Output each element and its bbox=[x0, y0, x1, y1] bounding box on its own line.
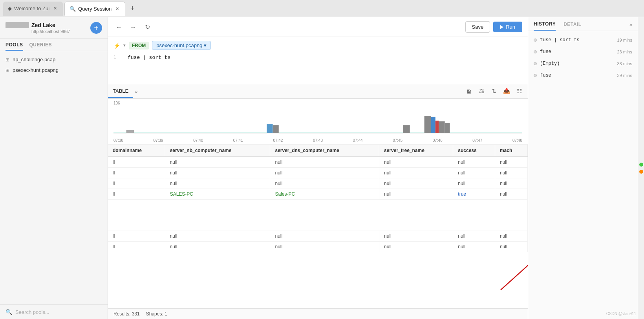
query-tab-icon: 🔍 bbox=[70, 6, 76, 12]
svg-rect-8 bbox=[435, 121, 439, 133]
add-button[interactable]: + bbox=[90, 22, 102, 34]
settings-icon-btn[interactable]: ⇅ bbox=[488, 86, 499, 97]
query-code[interactable]: fuse | sort ts bbox=[128, 55, 170, 60]
chart-container: 106 bbox=[108, 99, 528, 145]
x-label-4: 07:42 bbox=[273, 138, 283, 143]
history-dot-1 bbox=[534, 50, 537, 53]
history-item-1[interactable]: fuse 23 mins bbox=[528, 46, 638, 58]
sidebar-tab-queries[interactable]: QUERIES bbox=[29, 42, 52, 51]
x-label-0: 07:38 bbox=[113, 138, 123, 143]
pool-dropdown-icon: ▾ bbox=[204, 42, 207, 48]
sidebar-item-psexec[interactable]: ⊞ psexec-hunt.pcapng bbox=[0, 65, 108, 75]
chevron-down-icon[interactable]: ▾ bbox=[123, 43, 126, 48]
cell-server-tree: null bbox=[379, 178, 453, 189]
cell-server-dns: null bbox=[270, 242, 379, 252]
search-icon: 🔍 bbox=[5, 309, 12, 315]
right-panel-tabs: HISTORY DETAIL » bbox=[528, 17, 638, 31]
results-tab-expand[interactable]: » bbox=[133, 85, 139, 97]
history-time-3: 39 mins bbox=[617, 73, 632, 78]
cell-server-nb: null bbox=[165, 178, 270, 189]
x-label-6: 07:44 bbox=[353, 138, 363, 143]
history-item-2[interactable]: (Empty) 38 mins bbox=[528, 58, 638, 70]
cell-server-tree: null bbox=[379, 157, 453, 168]
svg-rect-3 bbox=[267, 124, 273, 133]
col-server-tree[interactable]: server_tree_name bbox=[379, 145, 453, 157]
x-label-2: 07:40 bbox=[193, 138, 203, 143]
sidebar-item-hp[interactable]: ⊞ hp_challenge.pcap bbox=[0, 54, 108, 65]
filter-icon-btn[interactable]: ⚖ bbox=[476, 86, 487, 97]
query-tab-close[interactable]: ✕ bbox=[114, 6, 120, 12]
cell-mach: null bbox=[495, 189, 527, 200]
welcome-tab-close[interactable]: ✕ bbox=[52, 6, 58, 12]
back-button[interactable]: ← bbox=[113, 22, 124, 33]
forward-button[interactable]: → bbox=[128, 22, 139, 33]
pool-selector[interactable]: psexec-hunt.pcapng ▾ bbox=[152, 41, 211, 50]
chart-svg bbox=[113, 102, 522, 137]
svg-rect-6 bbox=[424, 116, 431, 133]
welcome-tab-icon: ◆ bbox=[8, 6, 12, 11]
cell-mach: null bbox=[495, 178, 527, 189]
cell-server-tree: null bbox=[379, 168, 453, 178]
status-shapes: Shapes: 1 bbox=[146, 311, 167, 317]
col-server-dns[interactable]: server_dns_computer_name bbox=[270, 145, 379, 157]
results-table-container[interactable]: domainname server_nb_computer_name serve… bbox=[108, 145, 528, 308]
grid-icon-btn[interactable]: ☷ bbox=[514, 86, 525, 97]
run-button[interactable]: Run bbox=[493, 22, 522, 32]
cell-domainname: ll bbox=[108, 168, 165, 178]
cell-server-nb-green: SALES-PC bbox=[165, 189, 270, 200]
cell-success: null bbox=[453, 157, 495, 168]
history-button[interactable]: ↻ bbox=[142, 22, 153, 33]
svg-rect-5 bbox=[403, 125, 410, 133]
status-bar: Results: 331 Shapes: 1 bbox=[108, 308, 528, 319]
query-editor[interactable]: ⚡ ▾ FROM psexec-hunt.pcapng ▾ 1 fuse | s… bbox=[108, 37, 528, 84]
cell-server-nb: null bbox=[165, 157, 270, 168]
sidebar-item-hp-label: hp_challenge.pcap bbox=[13, 57, 55, 62]
right-panel-tab-history[interactable]: HISTORY bbox=[534, 21, 556, 31]
cell-success-true: true bbox=[453, 189, 495, 200]
search-pools-input[interactable] bbox=[15, 309, 102, 315]
cell-server-nb: null bbox=[165, 231, 270, 242]
sidebar-footer: 🔍 bbox=[0, 304, 108, 319]
table-row bbox=[108, 200, 528, 231]
tab-bar: ◆ Welcome to Zui ✕ 🔍 Query Session ✕ + bbox=[0, 0, 644, 17]
tab-query-session[interactable]: 🔍 Query Session ✕ bbox=[64, 2, 125, 16]
sidebar-items-list: ⊞ hp_challenge.pcap ⊞ psexec-hunt.pcapng bbox=[0, 51, 108, 304]
col-server-nb[interactable]: server_nb_computer_name bbox=[165, 145, 270, 157]
right-panel-tab-detail[interactable]: DETAIL bbox=[564, 22, 581, 30]
history-query-1: fuse bbox=[540, 49, 614, 55]
results-tab-table[interactable]: TABLE bbox=[108, 85, 133, 98]
new-tab-button[interactable]: + bbox=[127, 3, 138, 14]
right-panel-expand-icon[interactable]: » bbox=[629, 22, 632, 31]
document-icon-btn[interactable]: 🗎 bbox=[463, 86, 474, 97]
from-keyword: FROM bbox=[129, 42, 149, 50]
zed-query-icon[interactable]: ⚡ bbox=[113, 42, 120, 49]
cell-server-nb: null bbox=[165, 168, 270, 178]
sidebar-tab-pools[interactable]: POOLS bbox=[5, 42, 23, 51]
col-mach[interactable]: mach bbox=[495, 145, 527, 157]
cell-success: null bbox=[453, 178, 495, 189]
save-button[interactable]: Save bbox=[465, 21, 490, 33]
cell-server-tree: null bbox=[379, 242, 453, 252]
table-row-sales: ll SALES-PC Sales-PC null true null bbox=[108, 189, 528, 200]
scroll-dot-orange bbox=[639, 170, 643, 174]
history-item-0[interactable]: fuse | sort ts 19 mins bbox=[528, 34, 638, 46]
sidebar-item-psexec-label: psexec-hunt.pcapng bbox=[13, 67, 59, 73]
x-label-1: 07:39 bbox=[154, 138, 163, 143]
sidebar: Zed Lake http://localhost:9867 + POOLS Q… bbox=[0, 17, 108, 319]
col-domainname[interactable]: domainname bbox=[108, 145, 165, 157]
x-label-10: 07:48 bbox=[512, 138, 522, 143]
sidebar-tabs: POOLS QUERIES bbox=[0, 39, 108, 51]
cell-success: null bbox=[453, 242, 495, 252]
tab-welcome[interactable]: ◆ Welcome to Zui ✕ bbox=[3, 2, 63, 16]
download-icon-btn[interactable]: 📥 bbox=[501, 86, 512, 97]
scroll-dot-green bbox=[639, 163, 643, 167]
sidebar-header: Zed Lake http://localhost:9867 + bbox=[0, 17, 108, 39]
x-label-8: 07:46 bbox=[433, 138, 443, 143]
query-line: 1 fuse | sort ts bbox=[113, 55, 522, 60]
x-label-5: 07:43 bbox=[313, 138, 323, 143]
results-toolbar: 🗎 ⚖ ⇅ 📥 ☷ bbox=[460, 84, 528, 98]
history-item-3[interactable]: fuse 39 mins bbox=[528, 70, 638, 81]
sidebar-subtitle: http://localhost:9867 bbox=[31, 29, 70, 34]
col-success[interactable]: success bbox=[453, 145, 495, 157]
table-row: ll null null null null null bbox=[108, 157, 528, 168]
